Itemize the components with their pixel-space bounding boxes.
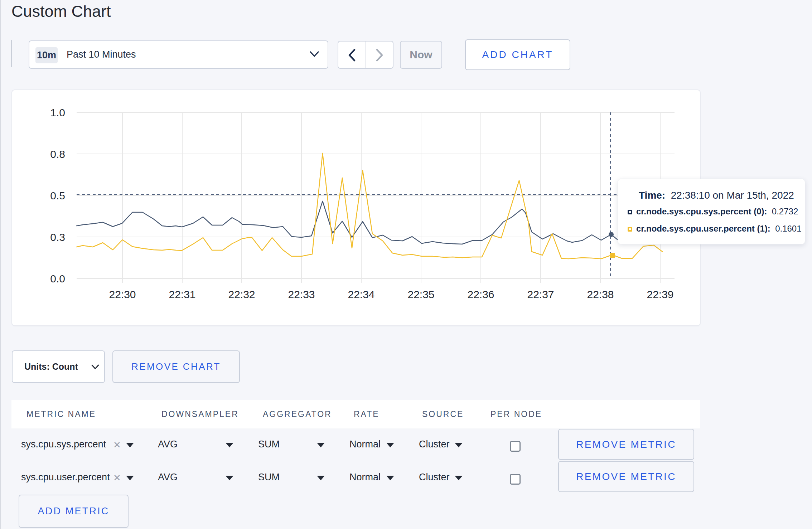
- svg-text:22:32: 22:32: [228, 288, 255, 300]
- svg-text:22:33: 22:33: [288, 288, 315, 300]
- svg-text:1.0: 1.0: [50, 107, 65, 118]
- svg-text:22:38: 22:38: [587, 288, 614, 300]
- svg-text:22:37: 22:37: [527, 288, 554, 300]
- svg-text:22:39: 22:39: [647, 288, 673, 300]
- svg-text:22:30: 22:30: [109, 288, 136, 300]
- svg-text:0.5: 0.5: [50, 190, 65, 202]
- svg-text:0.8: 0.8: [50, 148, 65, 160]
- svg-text:0.0: 0.0: [50, 273, 65, 285]
- svg-text:22:34: 22:34: [348, 288, 374, 300]
- svg-text:22:36: 22:36: [467, 288, 494, 300]
- svg-text:0.3: 0.3: [50, 231, 65, 243]
- svg-text:22:35: 22:35: [407, 288, 434, 300]
- svg-text:22:31: 22:31: [169, 288, 195, 300]
